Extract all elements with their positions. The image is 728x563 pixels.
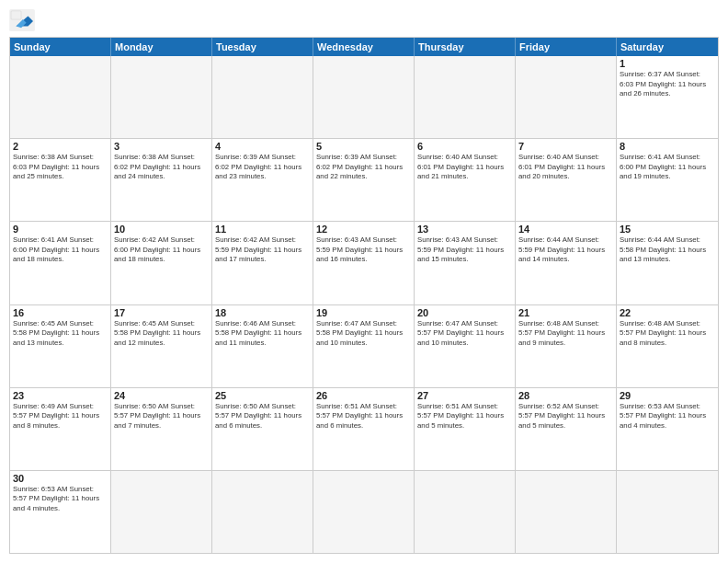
day-info: Sunrise: 6:48 AM Sunset: 5:57 PM Dayligh… bbox=[518, 319, 613, 349]
day-number: 13 bbox=[417, 224, 512, 235]
day-cell-27: 27Sunrise: 6:51 AM Sunset: 5:57 PM Dayli… bbox=[415, 388, 516, 470]
day-cell-22: 22Sunrise: 6:48 AM Sunset: 5:57 PM Dayli… bbox=[617, 305, 718, 387]
day-number: 20 bbox=[417, 307, 512, 318]
day-cell-26: 26Sunrise: 6:51 AM Sunset: 5:57 PM Dayli… bbox=[313, 388, 415, 470]
day-info: Sunrise: 6:39 AM Sunset: 6:02 PM Dayligh… bbox=[316, 153, 411, 182]
logo bbox=[9, 9, 39, 31]
empty-cell bbox=[516, 56, 617, 138]
day-number: 12 bbox=[316, 224, 411, 235]
day-info: Sunrise: 6:42 AM Sunset: 6:00 PM Dayligh… bbox=[114, 236, 209, 265]
day-number: 9 bbox=[13, 224, 108, 235]
day-cell-6: 6Sunrise: 6:40 AM Sunset: 6:01 PM Daylig… bbox=[415, 139, 516, 221]
day-info: Sunrise: 6:47 AM Sunset: 5:57 PM Dayligh… bbox=[417, 319, 512, 349]
day-info: Sunrise: 6:48 AM Sunset: 5:57 PM Dayligh… bbox=[620, 319, 715, 349]
day-number: 24 bbox=[114, 390, 209, 401]
day-info: Sunrise: 6:38 AM Sunset: 6:02 PM Dayligh… bbox=[114, 153, 209, 182]
day-info: Sunrise: 6:49 AM Sunset: 5:57 PM Dayligh… bbox=[13, 402, 108, 431]
day-number: 6 bbox=[417, 141, 512, 152]
empty-cell bbox=[617, 471, 718, 553]
day-info: Sunrise: 6:53 AM Sunset: 5:57 PM Dayligh… bbox=[620, 402, 715, 431]
day-info: Sunrise: 6:46 AM Sunset: 5:58 PM Dayligh… bbox=[215, 319, 310, 349]
day-cell-28: 28Sunrise: 6:52 AM Sunset: 5:57 PM Dayli… bbox=[516, 388, 617, 470]
day-cell-4: 4Sunrise: 6:39 AM Sunset: 6:02 PM Daylig… bbox=[212, 139, 313, 221]
day-header-saturday: Saturday bbox=[617, 38, 718, 56]
day-header-sunday: Sunday bbox=[10, 38, 111, 56]
day-info: Sunrise: 6:44 AM Sunset: 5:59 PM Dayligh… bbox=[518, 236, 613, 265]
day-cell-23: 23Sunrise: 6:49 AM Sunset: 5:57 PM Dayli… bbox=[10, 388, 111, 470]
calendar-week-5: 23Sunrise: 6:49 AM Sunset: 5:57 PM Dayli… bbox=[10, 388, 718, 471]
day-header-wednesday: Wednesday bbox=[313, 38, 415, 56]
empty-cell bbox=[415, 56, 516, 138]
day-info: Sunrise: 6:44 AM Sunset: 5:58 PM Dayligh… bbox=[620, 236, 715, 265]
day-number: 17 bbox=[114, 307, 209, 318]
day-info: Sunrise: 6:52 AM Sunset: 5:57 PM Dayligh… bbox=[518, 402, 613, 431]
day-cell-19: 19Sunrise: 6:47 AM Sunset: 5:58 PM Dayli… bbox=[313, 305, 415, 387]
day-cell-2: 2Sunrise: 6:38 AM Sunset: 6:03 PM Daylig… bbox=[10, 139, 111, 221]
day-info: Sunrise: 6:50 AM Sunset: 5:57 PM Dayligh… bbox=[215, 402, 310, 431]
day-cell-18: 18Sunrise: 6:46 AM Sunset: 5:58 PM Dayli… bbox=[212, 305, 313, 387]
day-number: 14 bbox=[518, 224, 613, 235]
day-info: Sunrise: 6:41 AM Sunset: 6:00 PM Dayligh… bbox=[620, 153, 715, 182]
calendar-week-3: 9Sunrise: 6:41 AM Sunset: 6:00 PM Daylig… bbox=[10, 222, 718, 304]
day-number: 25 bbox=[215, 390, 310, 401]
day-number: 28 bbox=[518, 390, 613, 401]
day-number: 21 bbox=[518, 307, 613, 318]
calendar-week-6: 30Sunrise: 6:53 AM Sunset: 5:57 PM Dayli… bbox=[10, 471, 718, 553]
day-cell-5: 5Sunrise: 6:39 AM Sunset: 6:02 PM Daylig… bbox=[313, 139, 415, 221]
day-number: 10 bbox=[114, 224, 209, 235]
day-cell-8: 8Sunrise: 6:41 AM Sunset: 6:00 PM Daylig… bbox=[617, 139, 718, 221]
day-cell-1: 1Sunrise: 6:37 AM Sunset: 6:03 PM Daylig… bbox=[617, 56, 718, 138]
day-info: Sunrise: 6:40 AM Sunset: 6:01 PM Dayligh… bbox=[417, 153, 512, 182]
header bbox=[9, 9, 719, 31]
day-number: 11 bbox=[215, 224, 310, 235]
empty-cell bbox=[212, 56, 313, 138]
day-info: Sunrise: 6:45 AM Sunset: 5:58 PM Dayligh… bbox=[13, 319, 108, 349]
empty-cell bbox=[10, 56, 111, 138]
day-header-tuesday: Tuesday bbox=[212, 38, 313, 56]
day-number: 22 bbox=[620, 307, 715, 318]
calendar-body: 1Sunrise: 6:37 AM Sunset: 6:03 PM Daylig… bbox=[10, 56, 718, 553]
day-cell-15: 15Sunrise: 6:44 AM Sunset: 5:58 PM Dayli… bbox=[617, 222, 718, 304]
calendar-week-1: 1Sunrise: 6:37 AM Sunset: 6:03 PM Daylig… bbox=[10, 56, 718, 139]
day-cell-3: 3Sunrise: 6:38 AM Sunset: 6:02 PM Daylig… bbox=[111, 139, 212, 221]
day-cell-12: 12Sunrise: 6:43 AM Sunset: 5:59 PM Dayli… bbox=[313, 222, 415, 304]
day-number: 8 bbox=[620, 141, 715, 152]
day-header-monday: Monday bbox=[111, 38, 212, 56]
day-number: 3 bbox=[114, 141, 209, 152]
day-cell-9: 9Sunrise: 6:41 AM Sunset: 6:00 PM Daylig… bbox=[10, 222, 111, 304]
day-header-thursday: Thursday bbox=[415, 38, 516, 56]
day-cell-11: 11Sunrise: 6:42 AM Sunset: 5:59 PM Dayli… bbox=[212, 222, 313, 304]
day-number: 7 bbox=[518, 141, 613, 152]
day-info: Sunrise: 6:47 AM Sunset: 5:58 PM Dayligh… bbox=[316, 319, 411, 349]
day-number: 19 bbox=[316, 307, 411, 318]
day-info: Sunrise: 6:51 AM Sunset: 5:57 PM Dayligh… bbox=[417, 402, 512, 431]
day-number: 26 bbox=[316, 390, 411, 401]
day-number: 29 bbox=[620, 390, 715, 401]
day-info: Sunrise: 6:53 AM Sunset: 5:57 PM Dayligh… bbox=[13, 485, 108, 514]
empty-cell bbox=[313, 471, 415, 553]
day-cell-20: 20Sunrise: 6:47 AM Sunset: 5:57 PM Dayli… bbox=[415, 305, 516, 387]
empty-cell bbox=[111, 56, 212, 138]
empty-cell bbox=[111, 471, 212, 553]
day-info: Sunrise: 6:40 AM Sunset: 6:01 PM Dayligh… bbox=[518, 153, 613, 182]
calendar: SundayMondayTuesdayWednesdayThursdayFrid… bbox=[9, 37, 719, 554]
day-info: Sunrise: 6:50 AM Sunset: 5:57 PM Dayligh… bbox=[114, 402, 209, 431]
day-cell-21: 21Sunrise: 6:48 AM Sunset: 5:57 PM Dayli… bbox=[516, 305, 617, 387]
day-cell-16: 16Sunrise: 6:45 AM Sunset: 5:58 PM Dayli… bbox=[10, 305, 111, 387]
day-number: 18 bbox=[215, 307, 310, 318]
day-info: Sunrise: 6:38 AM Sunset: 6:03 PM Dayligh… bbox=[13, 153, 108, 182]
day-info: Sunrise: 6:37 AM Sunset: 6:03 PM Dayligh… bbox=[620, 70, 715, 99]
logo-icon bbox=[9, 9, 35, 31]
day-info: Sunrise: 6:51 AM Sunset: 5:57 PM Dayligh… bbox=[316, 402, 411, 431]
calendar-week-2: 2Sunrise: 6:38 AM Sunset: 6:03 PM Daylig… bbox=[10, 139, 718, 222]
day-info: Sunrise: 6:41 AM Sunset: 6:00 PM Dayligh… bbox=[13, 236, 108, 265]
day-cell-30: 30Sunrise: 6:53 AM Sunset: 5:57 PM Dayli… bbox=[10, 471, 111, 553]
day-number: 4 bbox=[215, 141, 310, 152]
empty-cell bbox=[212, 471, 313, 553]
day-cell-10: 10Sunrise: 6:42 AM Sunset: 6:00 PM Dayli… bbox=[111, 222, 212, 304]
day-number: 2 bbox=[13, 141, 108, 152]
day-number: 27 bbox=[417, 390, 512, 401]
calendar-header: SundayMondayTuesdayWednesdayThursdayFrid… bbox=[10, 38, 718, 56]
day-number: 23 bbox=[13, 390, 108, 401]
day-number: 15 bbox=[620, 224, 715, 235]
